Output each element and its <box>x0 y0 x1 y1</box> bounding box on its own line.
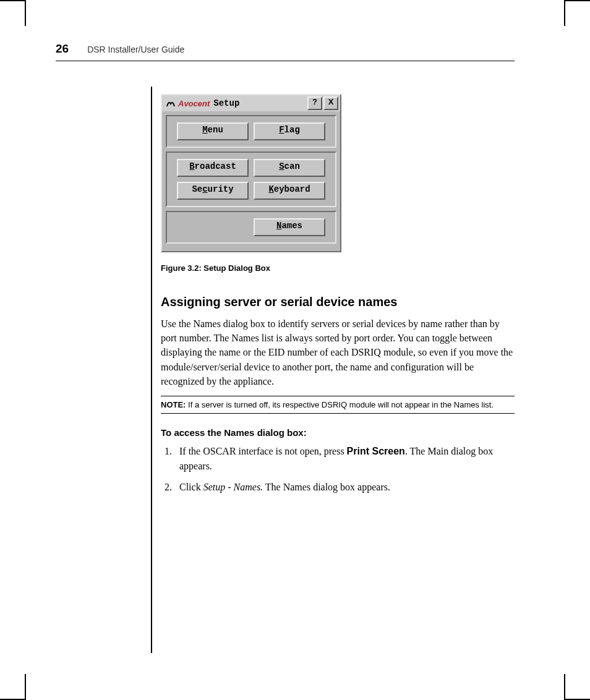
step-2: Click Setup - Names. The Names dialog bo… <box>174 480 515 495</box>
section-body: Use the Names dialog box to identify ser… <box>161 317 515 388</box>
dialog-title: Setup <box>213 98 239 108</box>
page-header: 26 DSR Installer/User Guide <box>56 42 515 61</box>
brand-name: Avocent <box>178 99 210 108</box>
page-number: 26 <box>56 42 69 56</box>
keyboard-button[interactable]: Keyboard <box>254 182 325 200</box>
content-column: Avocent Setup ? X Menu Flag Broadcast Sc… <box>151 87 515 653</box>
panel-1: Menu Flag <box>166 115 336 148</box>
figure-caption: Figure 3.2: Setup Dialog Box <box>161 263 515 273</box>
menu-path: Setup - Names. <box>203 482 263 492</box>
note-text: If a server is turned off, its respectiv… <box>188 400 494 409</box>
menu-button[interactable]: Menu <box>177 122 249 140</box>
note-label: NOTE: <box>161 400 186 409</box>
names-button[interactable]: Names <box>254 218 325 236</box>
panel-3: Names <box>166 211 336 244</box>
print-screen-key: Print Screen <box>347 446 405 456</box>
dialog-titlebar: Avocent Setup ? X <box>162 95 340 111</box>
security-button[interactable]: Security <box>177 182 249 200</box>
close-button[interactable]: X <box>323 96 338 110</box>
help-button[interactable]: ? <box>307 96 322 110</box>
section-heading: Assigning server or serial device names <box>161 295 515 309</box>
step-1: If the OSCAR interface is not open, pres… <box>174 444 515 474</box>
procedure-heading: To access the Names dialog box: <box>161 427 515 438</box>
scan-button[interactable]: Scan <box>254 159 325 177</box>
panel-2: Broadcast Scan Security Keyboard <box>166 152 336 207</box>
procedure-steps: If the OSCAR interface is not open, pres… <box>161 444 515 495</box>
brand-logo-icon <box>166 99 176 108</box>
broadcast-button[interactable]: Broadcast <box>177 159 249 177</box>
setup-dialog: Avocent Setup ? X Menu Flag Broadcast Sc… <box>161 94 341 252</box>
running-title: DSR Installer/User Guide <box>87 45 184 54</box>
note-box: NOTE: If a server is turned off, its res… <box>161 396 515 414</box>
flag-button[interactable]: Flag <box>254 122 325 140</box>
